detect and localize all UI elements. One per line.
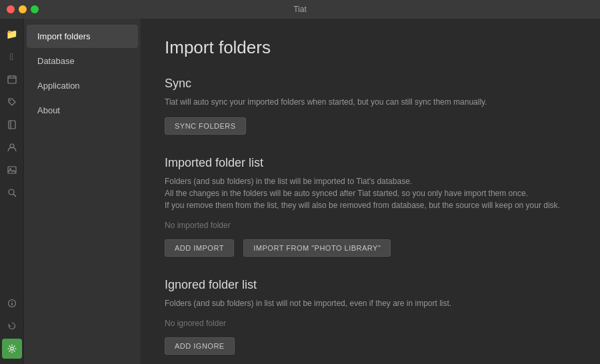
tag-icon[interactable] bbox=[2, 92, 22, 112]
sidebar-item-application[interactable]: Application bbox=[27, 74, 138, 97]
history-icon[interactable] bbox=[2, 316, 22, 336]
sync-section-title: Sync bbox=[165, 77, 576, 91]
svg-point-14 bbox=[11, 301, 12, 302]
svg-rect-0 bbox=[8, 76, 16, 83]
content-area: Import folders Sync Tiat will auto sync … bbox=[141, 19, 600, 364]
no-ignored-folder-label: No ignored folder bbox=[165, 319, 576, 328]
close-button[interactable] bbox=[7, 5, 15, 13]
sidebar: Import folders Database Application Abou… bbox=[24, 19, 141, 364]
book-icon[interactable] bbox=[2, 115, 22, 135]
sync-folders-button[interactable]: SYNC FOLDERS bbox=[165, 117, 246, 135]
icon-rail: 📁  bbox=[0, 19, 24, 364]
icon-rail-bottom bbox=[2, 293, 22, 364]
ignored-folder-list-section: Ignored folder list Folders (and sub fol… bbox=[165, 278, 576, 355]
window-controls bbox=[7, 5, 39, 13]
no-imported-folder-label: No imported folder bbox=[165, 221, 576, 230]
minimize-button[interactable] bbox=[19, 5, 27, 13]
sidebar-item-database[interactable]: Database bbox=[27, 49, 138, 73]
maximize-button[interactable] bbox=[31, 5, 39, 13]
calendar-icon[interactable] bbox=[2, 69, 22, 89]
ignored-folder-list-title: Ignored folder list bbox=[165, 278, 576, 292]
main-layout: 📁  bbox=[0, 19, 600, 364]
settings-icon[interactable] bbox=[2, 339, 22, 359]
svg-point-15 bbox=[10, 347, 13, 350]
import-from-photo-library-button[interactable]: IMPORT FROM "PHOTO LIBRARY" bbox=[243, 239, 391, 257]
svg-line-11 bbox=[13, 194, 16, 197]
svg-rect-5 bbox=[9, 121, 15, 129]
image-icon[interactable] bbox=[2, 160, 22, 180]
sidebar-item-import-folders[interactable]: Import folders bbox=[27, 25, 138, 48]
title-bar: Tiat bbox=[0, 0, 600, 19]
window-title: Tiat bbox=[293, 5, 307, 14]
imported-folder-list-desc: Folders (and sub folders) in the list wi… bbox=[165, 175, 576, 211]
add-ignore-button[interactable]: ADD IGNORE bbox=[165, 337, 235, 355]
svg-point-10 bbox=[9, 189, 14, 195]
ignored-folder-list-desc: Folders (and sub folders) in list will n… bbox=[165, 297, 576, 309]
sync-section-desc: Tiat will auto sync your imported folder… bbox=[165, 96, 576, 108]
add-import-button[interactable]: ADD IMPORT bbox=[165, 239, 234, 257]
search-icon[interactable] bbox=[2, 183, 22, 203]
svg-point-4 bbox=[9, 100, 11, 101]
sync-section: Sync Tiat will auto sync your imported f… bbox=[165, 77, 576, 135]
folder-icon[interactable]: 📁 bbox=[2, 24, 22, 44]
apple-icon[interactable]:  bbox=[2, 47, 22, 67]
svg-rect-8 bbox=[8, 167, 16, 173]
sidebar-item-about[interactable]: About bbox=[27, 99, 138, 122]
imported-folder-list-title: Imported folder list bbox=[165, 156, 576, 170]
page-title: Import folders bbox=[165, 37, 576, 58]
imported-folder-list-section: Imported folder list Folders (and sub fo… bbox=[165, 156, 576, 257]
contact-icon[interactable] bbox=[2, 137, 22, 157]
info-icon[interactable] bbox=[2, 293, 22, 313]
